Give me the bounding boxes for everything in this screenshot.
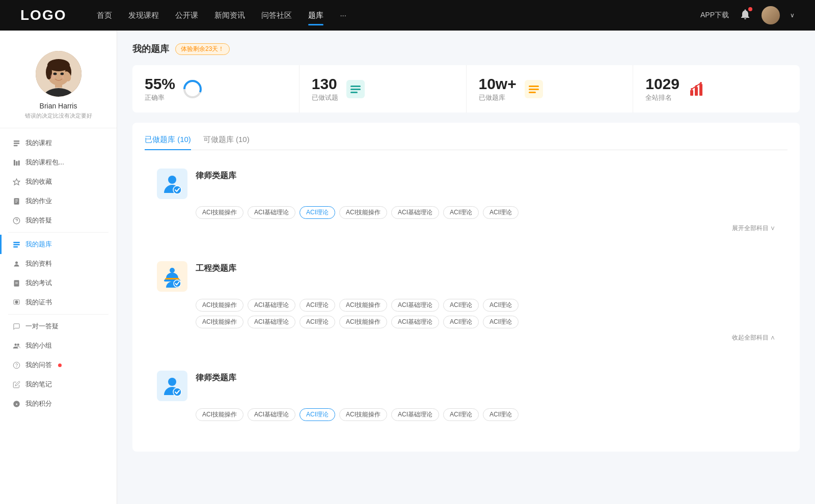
bank-tag[interactable]: ACI基础理论 <box>391 316 439 328</box>
collapse-button-engineer[interactable]: 收起全部科目 ∧ <box>732 333 775 342</box>
my-points-icon: ★ <box>12 400 20 408</box>
bank-tag[interactable]: ACI技能操作 <box>339 316 387 328</box>
bank-tag[interactable]: ACI基础理论 <box>248 408 295 421</box>
sidebar-item-my-certificates[interactable]: 我的证书 <box>0 293 117 312</box>
expand-button-lawyer-1[interactable]: 展开全部科目 ∨ <box>732 224 775 233</box>
svg-point-37 <box>14 343 16 345</box>
bank-card-lawyer-2-header: 律师类题库 <box>157 371 775 401</box>
tab-available[interactable]: 可做题库 (10) <box>203 135 250 150</box>
stat-site-rank: 1029 全站排名 <box>633 65 800 113</box>
bank-tag[interactable]: ACI基础理论 <box>391 408 439 421</box>
stat-banks-done-value: 10w+ <box>479 75 517 92</box>
sidebar-item-my-profile[interactable]: 我的资料 <box>0 254 117 273</box>
avatar-illustration <box>36 51 82 97</box>
bank-title-lawyer-1: 律师类题库 <box>196 171 236 181</box>
my-packages-icon <box>12 158 20 166</box>
stat-site-rank-icon <box>687 79 707 99</box>
my-qa-icon <box>12 361 20 369</box>
bank-tag[interactable]: ACI理论 <box>483 206 519 219</box>
nav-courses[interactable]: 发现课程 <box>128 9 159 22</box>
bank-tag[interactable]: ACI技能操作 <box>339 206 387 219</box>
bank-tag[interactable]: ACI理论 <box>483 316 519 328</box>
bank-tags-engineer-row1: ACI技能操作 ACI基础理论 ACI理论 ACI技能操作 ACI基础理论 AC… <box>196 299 775 312</box>
svg-rect-51 <box>529 86 539 87</box>
bank-tag[interactable]: ACI理论 <box>300 316 335 328</box>
bank-card-lawyer-2: 律师类题库 ACI技能操作 ACI基础理论 ACI理论 ACI技能操作 ACI基… <box>145 360 787 431</box>
bank-tag[interactable]: ACI基础理论 <box>248 206 295 219</box>
bank-tag[interactable]: ACI技能操作 <box>339 299 387 312</box>
sidebar-avatar <box>36 51 82 97</box>
svg-point-66 <box>168 378 176 386</box>
nav-question-bank[interactable]: 题库 <box>308 9 323 22</box>
svg-rect-55 <box>695 87 698 96</box>
bank-card-lawyer-1-footer: 展开全部科目 ∨ <box>157 224 775 233</box>
bank-tag[interactable]: ACI技能操作 <box>339 408 387 421</box>
svg-rect-54 <box>690 90 693 96</box>
nav-news[interactable]: 新闻资讯 <box>214 9 245 22</box>
bank-tag[interactable]: ACI理论 <box>443 316 479 328</box>
trial-badge: 体验剩余23天！ <box>175 43 230 55</box>
sidebar-item-my-questions[interactable]: 我的答疑 <box>0 211 117 230</box>
sidebar-item-my-homework[interactable]: 我的作业 <box>0 191 117 211</box>
nav-open-course[interactable]: 公开课 <box>175 9 198 22</box>
qa-notification-dot <box>58 363 62 367</box>
bank-tag-active[interactable]: ACI理论 <box>300 408 335 421</box>
sidebar-item-my-group[interactable]: 我的小组 <box>0 336 117 355</box>
sidebar-item-one-on-one[interactable]: 一对一答疑 <box>0 317 117 336</box>
bank-card-engineer: 工程类题库 ACI技能操作 ACI基础理论 ACI理论 ACI技能操作 ACI基… <box>145 251 787 352</box>
svg-marker-19 <box>13 179 20 185</box>
tab-done[interactable]: 已做题库 (10) <box>145 135 191 150</box>
bank-title-lawyer-2: 律师类题库 <box>196 373 236 383</box>
lawyer-icon-svg <box>161 173 183 195</box>
app-download-button[interactable]: APP下载 <box>700 11 729 20</box>
notification-badge <box>748 7 752 11</box>
bank-tag[interactable]: ACI理论 <box>443 299 479 312</box>
svg-point-61 <box>173 186 181 194</box>
my-certificates-icon <box>12 298 20 306</box>
sidebar-item-my-exams[interactable]: 我的考试 <box>0 273 117 293</box>
bank-tag-active[interactable]: ACI理论 <box>300 206 335 219</box>
notification-bell[interactable] <box>739 8 751 22</box>
sidebar-profile: Brian Harris 错误的决定比没有决定要好 <box>0 41 117 128</box>
bank-tag[interactable]: ACI理论 <box>443 408 479 421</box>
user-avatar[interactable] <box>762 6 780 24</box>
bank-tag[interactable]: ACI基础理论 <box>248 316 295 328</box>
sidebar-item-my-favorites[interactable]: 我的收藏 <box>0 172 117 191</box>
bank-tag[interactable]: ACI理论 <box>443 206 479 219</box>
bank-tags-engineer-row2: ACI技能操作 ACI基础理论 ACI理论 ACI技能操作 ACI基础理论 AC… <box>196 316 775 328</box>
stat-site-rank-label: 全站排名 <box>645 93 680 102</box>
nav-more[interactable]: ··· <box>340 9 346 22</box>
bank-tag[interactable]: ACI技能操作 <box>196 299 243 312</box>
stat-banks-done: 10w+ 已做题库 <box>467 65 634 113</box>
bank-tag[interactable]: ACI基础理论 <box>391 206 439 219</box>
user-dropdown-arrow[interactable]: ∨ <box>790 12 795 19</box>
stat-questions-done-value: 130 <box>312 75 338 92</box>
sidebar-item-my-packages[interactable]: 我的课程包... <box>0 153 117 172</box>
sidebar-item-my-courses[interactable]: 我的课程 <box>0 133 117 153</box>
sidebar-item-my-bank[interactable]: 我的题库 <box>0 235 117 254</box>
lawyer-bank-icon-2 <box>157 371 187 401</box>
bank-tag[interactable]: ACI理论 <box>300 299 335 312</box>
main-layout: Brian Harris 错误的决定比没有决定要好 我的课程 我的课程包... <box>0 31 815 504</box>
svg-point-10 <box>53 73 57 75</box>
bank-tag[interactable]: ACI基础理论 <box>391 299 439 312</box>
sidebar-user-name: Brian Harris <box>40 102 77 110</box>
stat-banks-done-label: 已做题库 <box>479 93 517 102</box>
tabs-row: 已做题库 (10) 可做题库 (10) <box>145 135 787 150</box>
sidebar-item-my-notes[interactable]: 我的笔记 <box>0 375 117 394</box>
bank-tag[interactable]: ACI理论 <box>483 408 519 421</box>
bank-tag[interactable]: ACI基础理论 <box>248 299 295 312</box>
sidebar-item-my-qa[interactable]: 我的问答 <box>0 355 117 375</box>
my-favorites-icon <box>12 178 20 186</box>
nav-qa[interactable]: 问答社区 <box>261 9 292 22</box>
bank-tag[interactable]: ACI技能操作 <box>196 316 243 328</box>
bank-tag[interactable]: ACI技能操作 <box>196 408 243 421</box>
bank-tag[interactable]: ACI理论 <box>483 299 519 312</box>
sidebar-item-my-points[interactable]: ★ 我的积分 <box>0 394 117 413</box>
my-exams-icon <box>12 279 20 287</box>
my-profile-icon <box>12 260 20 268</box>
nav-home[interactable]: 首页 <box>97 9 112 22</box>
stat-correct-rate: 55% 正确率 <box>132 65 300 113</box>
bank-tag[interactable]: ACI技能操作 <box>196 206 243 219</box>
stat-correct-rate-label: 正确率 <box>145 93 175 102</box>
